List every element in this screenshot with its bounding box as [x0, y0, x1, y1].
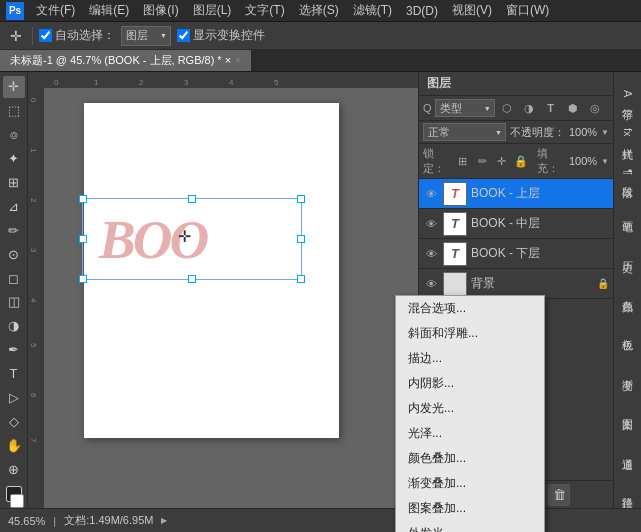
status-doc: 文档:1.49M/6.95M: [64, 513, 153, 528]
layer-eye-top[interactable]: 👁: [423, 186, 439, 202]
panel-color[interactable]: 颜色: [620, 273, 635, 310]
ctx-satin[interactable]: 光泽...: [396, 421, 544, 446]
layer-eye-bg[interactable]: 👁: [423, 276, 439, 292]
auto-select-checkbox[interactable]: 自动选择：: [39, 27, 115, 44]
menu-file[interactable]: 文件(F): [30, 0, 81, 21]
panel-brush[interactable]: 画笔: [620, 194, 635, 231]
delete-layer-button[interactable]: 🗑: [548, 484, 570, 506]
layer-thumb-top: T: [443, 182, 467, 206]
handle-tm[interactable]: [188, 195, 196, 203]
panel-styles[interactable]: fx 样式: [620, 115, 635, 152]
ctx-outer-glow[interactable]: 外发光...: [396, 521, 544, 532]
move-tool-icon[interactable]: ✛: [6, 26, 26, 46]
panel-title: 图层: [427, 75, 451, 92]
panel-swatches[interactable]: 色板: [620, 313, 635, 350]
ctx-gradient-overlay[interactable]: 渐变叠加...: [396, 471, 544, 496]
menu-filter[interactable]: 滤镜(T): [347, 0, 398, 21]
menu-select[interactable]: 选择(S): [293, 0, 345, 21]
tool-brush[interactable]: ✏: [3, 219, 25, 241]
ctx-color-overlay[interactable]: 颜色叠加...: [396, 446, 544, 471]
tool-lasso[interactable]: ⌾: [3, 124, 25, 146]
tool-eyedropper[interactable]: ⊿: [3, 195, 25, 217]
opacity-arrow[interactable]: ▼: [601, 128, 609, 137]
ctx-inner-glow[interactable]: 内发光...: [396, 396, 544, 421]
lock-position-icon[interactable]: ✛: [494, 152, 509, 170]
panel-pattern[interactable]: 图案: [620, 392, 635, 429]
options-toolbar: ✛ 自动选择： 图层 显示变换控件: [0, 22, 641, 50]
layers-search-row: Q 类型 ⬡ ◑ T ⬢ ◎: [419, 96, 613, 121]
menu-text[interactable]: 文字(T): [239, 0, 290, 21]
handle-tl[interactable]: [79, 195, 87, 203]
filter-pixel-icon[interactable]: ⬡: [498, 99, 516, 117]
handle-tr[interactable]: [297, 195, 305, 203]
search-type-dropdown[interactable]: 类型: [435, 99, 495, 117]
ctx-stroke[interactable]: 描边...: [396, 346, 544, 371]
tool-type[interactable]: T: [3, 363, 25, 385]
tool-pen[interactable]: ✒: [3, 339, 25, 361]
panel-paths[interactable]: 路径: [620, 471, 635, 508]
ctx-pattern-overlay[interactable]: 图案叠加...: [396, 496, 544, 521]
handle-br[interactable]: [297, 275, 305, 283]
panel-gradient[interactable]: 渐变: [620, 352, 635, 389]
tool-shape[interactable]: ◇: [3, 410, 25, 432]
canvas-area[interactable]: 0 1 2 3 4 5 0 1 2 3 4 5 6 7 BOO: [28, 72, 418, 508]
layer-eye-mid[interactable]: 👁: [423, 216, 439, 232]
show-transform-checkbox[interactable]: 显示变换控件: [177, 27, 265, 44]
tool-dodge[interactable]: ◑: [3, 315, 25, 337]
menu-edit[interactable]: 编辑(E): [83, 0, 135, 21]
tool-path[interactable]: ▷: [3, 387, 25, 409]
ctx-inner-shadow[interactable]: 内阴影...: [396, 371, 544, 396]
panel-channels[interactable]: 通道: [620, 431, 635, 468]
tool-select-rect[interactable]: ⬚: [3, 100, 25, 122]
tool-move[interactable]: ✛: [3, 76, 25, 98]
tool-magic-wand[interactable]: ✦: [3, 148, 25, 170]
layer-dropdown[interactable]: 图层: [121, 26, 171, 46]
handle-mr[interactable]: [297, 235, 305, 243]
lock-all-icon[interactable]: 🔒: [513, 152, 528, 170]
blend-mode-dropdown[interactable]: 正常: [423, 123, 506, 141]
tool-hand[interactable]: ✋: [3, 434, 25, 456]
blend-opacity-row: 正常 不透明度： 100% ▼: [419, 121, 613, 144]
lock-paint-icon[interactable]: ✏: [475, 152, 490, 170]
tool-zoom[interactable]: ⊕: [3, 458, 25, 480]
layer-item-top[interactable]: 👁 T BOOK - 上层: [419, 179, 613, 209]
ctx-blend-options[interactable]: 混合选项...: [396, 296, 544, 321]
handle-ml[interactable]: [79, 235, 87, 243]
ctx-bevel-emboss[interactable]: 斜面和浮雕...: [396, 321, 544, 346]
tool-eraser[interactable]: ◻: [3, 267, 25, 289]
menu-view[interactable]: 视图(V): [446, 0, 498, 21]
fill-arrow[interactable]: ▼: [601, 157, 609, 166]
layer-name-bg: 背景: [471, 275, 593, 292]
status-arrow[interactable]: ▶: [161, 516, 167, 525]
lock-label: 锁定：: [423, 146, 451, 176]
show-transform-input[interactable]: [177, 29, 190, 42]
canvas-content[interactable]: BOO ✛: [44, 88, 418, 508]
tool-gradient[interactable]: ◫: [3, 291, 25, 313]
background-color[interactable]: [10, 494, 24, 508]
lock-transparent-icon[interactable]: ⊞: [455, 152, 470, 170]
filter-toggle[interactable]: ◎: [586, 99, 604, 117]
tool-stamp[interactable]: ⊙: [3, 243, 25, 265]
panel-character[interactable]: A 字符: [620, 76, 635, 113]
layer-thumb-bg: [443, 272, 467, 296]
active-tab[interactable]: 未标题-1 @ 45.7% (BOOK - 上层, RGB/8) * × ×: [0, 50, 252, 71]
filter-adj-icon[interactable]: ◑: [520, 99, 538, 117]
menu-window[interactable]: 窗口(W): [500, 0, 555, 21]
layer-eye-bottom[interactable]: 👁: [423, 246, 439, 262]
tab-bar: 未标题-1 @ 45.7% (BOOK - 上层, RGB/8) * × ×: [0, 50, 641, 72]
separator: [32, 27, 33, 45]
menu-image[interactable]: 图像(I): [137, 0, 184, 21]
filter-shape-icon[interactable]: ⬢: [564, 99, 582, 117]
panel-history[interactable]: 历史: [620, 234, 635, 271]
tool-crop[interactable]: ⊞: [3, 172, 25, 194]
panel-paragraph[interactable]: ¶ 段落: [620, 155, 635, 192]
menu-layer[interactable]: 图层(L): [187, 0, 238, 21]
menu-3d[interactable]: 3D(D): [400, 2, 444, 20]
filter-text-icon[interactable]: T: [542, 99, 560, 117]
layer-item-mid[interactable]: 👁 T BOOK - 中层: [419, 209, 613, 239]
tab-close-button[interactable]: ×: [235, 55, 241, 66]
auto-select-input[interactable]: [39, 29, 52, 42]
handle-bl[interactable]: [79, 275, 87, 283]
handle-bm[interactable]: [188, 275, 196, 283]
layer-item-bottom[interactable]: 👁 T BOOK - 下层: [419, 239, 613, 269]
